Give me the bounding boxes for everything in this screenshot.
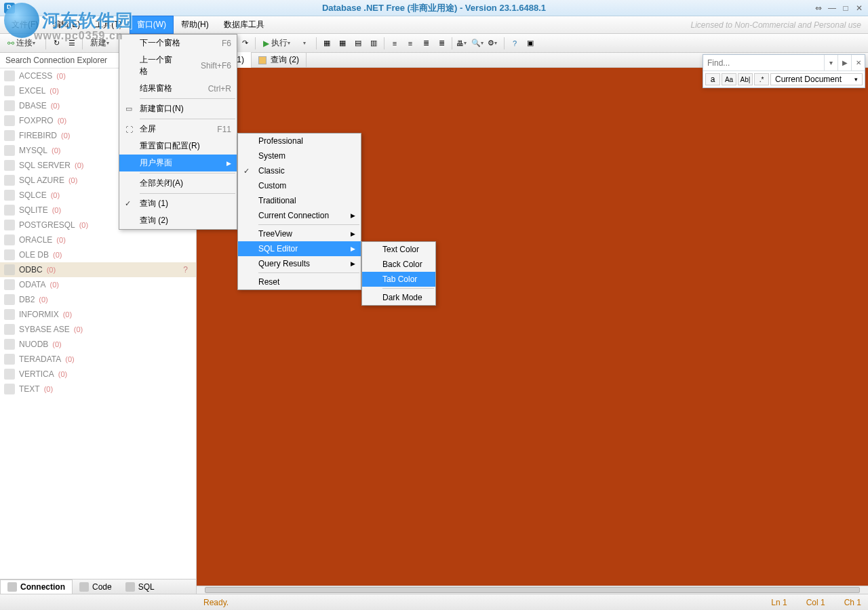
conn-item-sybase-ase[interactable]: SYBASE ASE (0)	[0, 322, 196, 337]
menu-help[interactable]: 帮助(H)	[174, 16, 216, 34]
menu-item-tab-color[interactable]: Tab Color	[362, 272, 435, 287]
menu-item-traditional[interactable]: Traditional	[238, 193, 361, 208]
connect-button[interactable]: ⚯连接▾	[3, 36, 43, 51]
find-dropdown-icon[interactable]: ▾	[824, 55, 837, 70]
db-icon	[4, 145, 15, 156]
db-icon	[4, 354, 15, 365]
horizontal-scrollbar[interactable]	[197, 586, 868, 594]
outdent-icon[interactable]: ≣	[418, 36, 433, 51]
table-icon[interactable]: ▤	[351, 36, 366, 51]
bottom-tabs: Connection Code SQL	[0, 579, 197, 594]
grid2-icon[interactable]: ▦	[335, 36, 350, 51]
close-button[interactable]: ✕	[853, 3, 865, 14]
menu-item--[interactable]: ⛶全屏F11	[119, 121, 237, 138]
db-icon	[4, 369, 15, 380]
find-word-icon[interactable]: Ab|	[738, 73, 753, 85]
menu-item-custom[interactable]: Custom	[238, 178, 361, 193]
menu-item--r-[interactable]: 重置窗口配置(R)	[119, 138, 237, 155]
menu-tools[interactable]: 工具(T)	[87, 16, 129, 34]
find-next-icon[interactable]: ▶	[837, 55, 851, 70]
conn-item-odbc[interactable]: ODBC (0)?	[0, 262, 196, 277]
menu-item-professional[interactable]: Professional	[238, 134, 361, 148]
conn-item-informix[interactable]: INFORMIX (0)	[0, 307, 196, 322]
conn-item-oracle[interactable]: ORACLE (0)	[0, 232, 196, 247]
menu-item-query-results[interactable]: Query Results▶	[238, 256, 361, 271]
chart-icon[interactable]: ▥	[366, 36, 381, 51]
menu-item--[interactable]: 用户界面▶	[119, 155, 237, 171]
find-close-icon[interactable]: ✕	[851, 55, 865, 70]
menu-item--1-[interactable]: ✓查询 (1)	[119, 195, 237, 212]
new-button[interactable]: 新建▾	[85, 36, 117, 51]
maximize-button[interactable]: □	[840, 3, 852, 14]
search-icon[interactable]: 🔍▾	[471, 36, 486, 51]
license-text: Licensed to Non-Commercial and Personal …	[691, 20, 861, 30]
menu-item-dark-mode[interactable]: Dark Mode	[362, 290, 435, 305]
menu-item-reset[interactable]: Reset	[238, 274, 361, 289]
conn-item-ole-db[interactable]: OLE DB (0)	[0, 247, 196, 262]
grid1-icon[interactable]: ▦	[319, 36, 334, 51]
print-icon[interactable]: 🖶▾	[455, 36, 470, 51]
find-case-icon[interactable]: Aa	[722, 73, 736, 85]
status-ch: Ch 1	[844, 598, 861, 607]
conn-item-text[interactable]: TEXT (0)	[0, 382, 196, 396]
help-badge: ?	[183, 265, 188, 274]
menu-item-treeview[interactable]: TreeView▶	[238, 226, 361, 241]
gear-icon[interactable]: ⚙▾	[486, 36, 501, 51]
menu-item-system[interactable]: System	[238, 148, 361, 163]
menu-item-sql-editor[interactable]: SQL Editor▶	[238, 241, 361, 256]
menu-item-current-connection[interactable]: Current Connection▶	[238, 208, 361, 223]
indent-icon[interactable]: ≣	[434, 36, 449, 51]
help-icon[interactable]: ?	[507, 36, 522, 51]
db-icon	[4, 384, 15, 394]
tree-icon[interactable]: ☰	[64, 36, 79, 51]
find-input[interactable]	[703, 58, 824, 68]
menu-file[interactable]: 文件(F)	[4, 16, 45, 34]
menu-item-text-color[interactable]: Text Color	[362, 242, 435, 257]
info-icon[interactable]: ▣	[523, 36, 538, 51]
db-icon	[4, 294, 15, 305]
app-icon	[4, 3, 15, 14]
refresh-icon[interactable]: ↻	[49, 36, 64, 51]
bottom-tab-sql[interactable]: SQL	[119, 580, 161, 594]
conn-item-nuodb[interactable]: NUODB (0)	[0, 337, 196, 352]
menu-edit[interactable]: 编辑(E)	[45, 16, 87, 34]
conn-item-vertica[interactable]: VERTICA (0)	[0, 367, 196, 382]
db-icon	[4, 85, 15, 96]
menu-item-classic[interactable]: ✓Classic	[238, 163, 361, 178]
find-expr-icon[interactable]: .*	[754, 73, 769, 85]
db-icon	[4, 339, 15, 350]
menu-item--[interactable]: 结果窗格Ctrl+R	[119, 80, 237, 97]
db-icon	[4, 130, 15, 141]
expand-icon[interactable]: ⇔	[812, 3, 825, 14]
db-icon	[4, 264, 15, 275]
conn-item-db2[interactable]: DB2 (0)	[0, 292, 196, 307]
menu-item--[interactable]: 上一个窗格Shift+F6	[119, 52, 237, 80]
bottom-tab-connection[interactable]: Connection	[0, 580, 73, 594]
db-icon	[4, 249, 15, 260]
menu-item--2-[interactable]: 查询 (2)	[119, 212, 237, 229]
db-icon	[4, 324, 15, 335]
redo-icon[interactable]: ↷	[237, 36, 252, 51]
bottom-tab-code[interactable]: Code	[73, 580, 119, 594]
find-regex-icon[interactable]: a	[705, 73, 720, 85]
find-scope-select[interactable]: Current Document ▾	[770, 73, 863, 85]
menu-item-back-color[interactable]: Back Color	[362, 257, 435, 272]
menu-item--n-[interactable]: ▭新建窗口(N)	[119, 100, 237, 117]
menu-item--[interactable]: 下一个窗格F6	[119, 35, 237, 52]
conn-item-teradata[interactable]: TERADATA (0)	[0, 352, 196, 367]
tab-query-2[interactable]: 查询 (2)	[252, 52, 307, 68]
menu-database-tools[interactable]: 数据库工具	[216, 16, 272, 34]
conn-item-odata[interactable]: ODATA (0)	[0, 277, 196, 292]
minimize-button[interactable]: —	[826, 3, 838, 14]
indent-left-icon[interactable]: ≡	[387, 36, 402, 51]
db-icon	[4, 115, 15, 126]
menu-item--a-[interactable]: 全部关闭(A)	[119, 175, 237, 192]
menu-window[interactable]: 窗口(W)	[130, 16, 174, 34]
status-ln: Ln 1	[771, 598, 787, 607]
indent-right-icon[interactable]: ≡	[403, 36, 418, 51]
execute-button[interactable]: ▶执行▾	[258, 36, 298, 51]
db-icon	[4, 160, 15, 171]
stop-icon[interactable]: ▾	[298, 36, 313, 51]
db-icon	[4, 190, 15, 201]
ui-submenu: ProfessionalSystem✓ClassicCustomTraditio…	[237, 133, 361, 290]
